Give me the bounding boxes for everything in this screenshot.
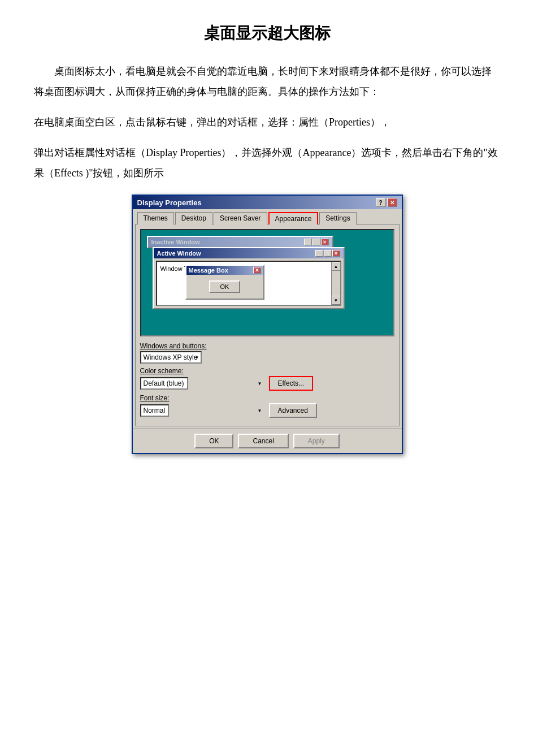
tab-settings[interactable]: Settings	[319, 212, 356, 224]
apply-button[interactable]: Apply	[293, 434, 340, 448]
color-scheme-field: Color scheme: Default (blue) Effects...	[140, 367, 394, 391]
paragraph-2: 在电脑桌面空白区，点击鼠标右键，弹出的对话框，选择：属性（Properties）…	[34, 112, 500, 132]
windows-buttons-select[interactable]: Windows XP style	[140, 351, 202, 364]
inactive-titlebar: Inactive Window _ □ ✕	[148, 237, 332, 247]
active-window-title: Active Window	[157, 250, 201, 257]
font-size-select[interactable]: Normal	[140, 404, 169, 417]
dialog-wrapper: Display Properties ? ✕ Themes Desktop Sc…	[34, 195, 500, 454]
font-size-label: Font size:	[140, 394, 394, 402]
paragraph-3: 弹出对话框属性对话框（Display Properties），并选择外观（App…	[34, 142, 500, 183]
page-title: 桌面显示超大图标	[34, 23, 500, 44]
msgbox-titlebar: Message Box ✕	[186, 266, 263, 275]
font-size-select-wrapper[interactable]: Normal	[140, 404, 264, 417]
active-maximize: □	[324, 250, 332, 257]
dialog-title: Display Properties	[137, 198, 202, 207]
scroll-down: ▼	[332, 296, 341, 305]
inactive-window: Inactive Window _ □ ✕	[147, 236, 333, 248]
cancel-button[interactable]: Cancel	[238, 434, 288, 448]
titlebar-buttons: ? ✕	[376, 198, 397, 207]
tab-desktop[interactable]: Desktop	[175, 212, 212, 224]
inactive-window-title: Inactive Window	[151, 239, 200, 245]
active-win-buttons: _ □ ✕	[315, 250, 340, 257]
paragraph-1: 桌面图标太小，看电脑是就会不自觉的靠近电脑，长时间下来对眼睛身体都不是很好，你可…	[34, 61, 500, 102]
active-close: ✕	[332, 250, 340, 257]
message-box: Message Box ✕ OK	[185, 265, 264, 300]
inactive-win-buttons: _ □ ✕	[304, 239, 329, 245]
effects-button[interactable]: Effects...	[269, 376, 313, 391]
close-button[interactable]: ✕	[387, 198, 397, 207]
active-titlebar: Active Window _ □ ✕	[154, 248, 344, 258]
windows-buttons-field: Windows and buttons: Windows XP style	[140, 342, 394, 364]
windows-buttons-select-wrapper[interactable]: Windows XP style	[140, 351, 202, 364]
tab-appearance[interactable]: Appearance	[268, 212, 319, 224]
font-size-row: Normal Advanced	[140, 403, 394, 418]
help-button[interactable]: ?	[376, 198, 386, 207]
color-scheme-row: Default (blue) Effects...	[140, 376, 394, 391]
tabs-bar: Themes Desktop Screen Saver Appearance S…	[133, 209, 402, 224]
font-size-field: Font size: Normal Advanced	[140, 394, 394, 418]
windows-buttons-label: Windows and buttons:	[140, 342, 394, 350]
inactive-close: ✕	[321, 239, 329, 245]
msgbox-title: Message Box	[189, 267, 228, 274]
msgbox-ok-button[interactable]: OK	[209, 280, 241, 293]
color-scheme-label: Color scheme:	[140, 367, 394, 375]
dialog-titlebar: Display Properties ? ✕	[133, 196, 402, 209]
color-scheme-select[interactable]: Default (blue)	[140, 377, 188, 390]
advanced-button[interactable]: Advanced	[269, 403, 317, 418]
dialog-bottom-buttons: OK Cancel Apply	[133, 429, 402, 453]
active-content: Window Text Message Box ✕ OK	[156, 261, 341, 306]
scrollbar: ▲ ▼	[331, 262, 340, 305]
ok-button[interactable]: OK	[194, 434, 233, 448]
tab-content: Inactive Window _ □ ✕ Active Window _	[135, 224, 400, 426]
msgbox-content: OK	[186, 275, 263, 299]
tab-screen-saver[interactable]: Screen Saver	[214, 212, 267, 224]
inactive-maximize: □	[312, 239, 320, 245]
display-properties-dialog: Display Properties ? ✕ Themes Desktop Sc…	[132, 195, 403, 454]
color-scheme-select-wrapper[interactable]: Default (blue)	[140, 377, 264, 390]
msgbox-close: ✕	[253, 267, 261, 274]
active-minimize: _	[315, 250, 323, 257]
preview-area: Inactive Window _ □ ✕ Active Window _	[140, 229, 394, 336]
scroll-up: ▲	[332, 262, 341, 271]
tab-themes[interactable]: Themes	[137, 212, 174, 224]
inactive-minimize: _	[304, 239, 312, 245]
active-window: Active Window _ □ ✕ Window Text Message …	[153, 247, 345, 309]
